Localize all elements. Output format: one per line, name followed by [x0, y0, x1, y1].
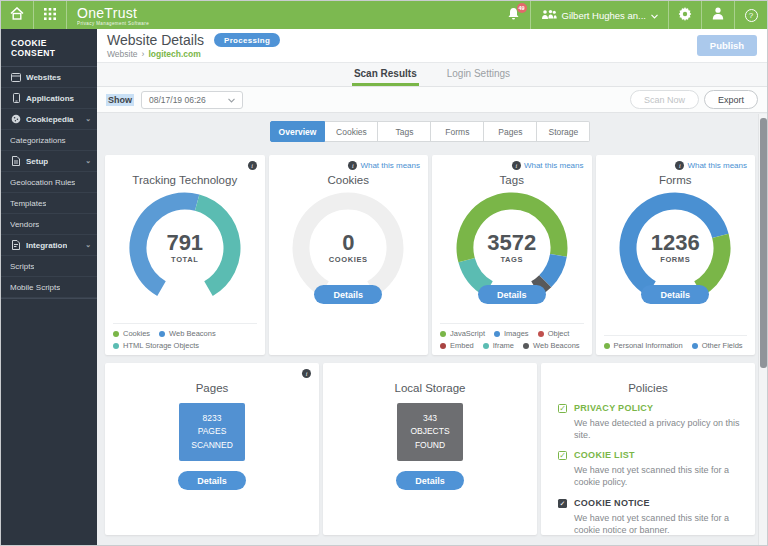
forms-value: 1236 — [651, 232, 700, 254]
checkbox-icon: ✓ — [558, 499, 567, 508]
sidebar-item-cookiepedia[interactable]: Cookiepedia⌄ — [1, 109, 97, 130]
scan-date-value: 08/17/19 06:26 — [149, 95, 206, 105]
legend-label: Iframe — [493, 341, 514, 350]
checkbox-icon: ✓ — [558, 451, 567, 460]
policy-item-cookie-list: ✓COOKIE LISTWe have not yet scanned this… — [558, 450, 745, 488]
section-tab-cookies[interactable]: Cookies — [325, 121, 378, 142]
person-icon — [712, 7, 724, 23]
sidebar-item-integration[interactable]: Integration⌄ — [1, 235, 97, 256]
brand-name: OneTrust — [77, 6, 149, 20]
policies-card: Policies ✓PRIVACY POLICYWe have detected… — [541, 363, 755, 535]
forms-details-button[interactable]: Details — [641, 285, 709, 304]
what-this-means-label: What this means — [687, 161, 747, 170]
legend-label: Images — [504, 329, 529, 338]
legend-item-web-beacons: Web Beacons — [159, 329, 216, 338]
sidebar-item-label: Setup — [26, 157, 48, 166]
info-icon: i — [348, 161, 357, 170]
tags-details-button[interactable]: Details — [478, 285, 546, 304]
scrollbar-thumb[interactable] — [760, 118, 767, 368]
legend-dot-icon — [692, 343, 698, 349]
cookies-what-this-means-link[interactable]: iWhat this means — [348, 161, 420, 170]
legend-label: Other Fields — [702, 341, 743, 350]
forms-what-this-means-link[interactable]: iWhat this means — [675, 161, 747, 170]
chevron-down-icon — [228, 95, 235, 105]
sidebar-item-applications[interactable]: Applications — [1, 88, 97, 109]
info-icon[interactable]: i — [248, 161, 257, 170]
section-tab-tags[interactable]: Tags — [378, 121, 431, 142]
pages-value: 8233 — [203, 412, 222, 425]
publish-button[interactable]: Publish — [697, 35, 757, 56]
sidebar-item-scripts[interactable]: Scripts — [1, 256, 97, 277]
sidebar-item-label: Scripts — [10, 262, 34, 271]
section-tabs: OverviewCookiesTagsFormsPagesStorage — [270, 121, 591, 142]
sidebar-item-mobile-scripts[interactable]: Mobile Scripts — [1, 277, 97, 298]
sidebar-item-templates[interactable]: Templates — [1, 193, 97, 214]
account-menu-button[interactable]: Gilbert Hughes an... — [531, 1, 669, 29]
settings-button[interactable] — [669, 1, 701, 29]
pages-label-2: SCANNED — [191, 439, 233, 452]
chevron-down-icon: ⌄ — [85, 157, 91, 165]
legend-dot-icon — [483, 343, 489, 349]
section-tab-overview[interactable]: Overview — [270, 121, 326, 142]
sidebar-item-vendors[interactable]: Vendors — [1, 214, 97, 235]
cookiepedia-icon — [11, 114, 21, 124]
local-storage-card: Local Storage 343 OBJECTS FOUND Details — [323, 363, 537, 535]
legend-dot-icon — [538, 331, 544, 337]
sidebar-item-label: Templates — [10, 199, 46, 208]
local-storage-label-1: OBJECTS — [410, 425, 449, 438]
cookies-details-button[interactable]: Details — [314, 285, 382, 304]
users-group-icon — [541, 9, 557, 22]
local-storage-details-button[interactable]: Details — [396, 471, 464, 490]
sidebar-item-setup[interactable]: Setup⌄ — [1, 151, 97, 172]
brand-logo[interactable]: OneTrust Privacy Management Software — [67, 1, 159, 29]
legend-dot-icon — [113, 343, 119, 349]
export-button[interactable]: Export — [704, 90, 758, 109]
status-badge: Processing — [214, 33, 280, 47]
breadcrumb-separator-icon: › — [142, 49, 145, 59]
sidebar-item-websites[interactable]: Websites — [1, 67, 97, 88]
legend-label: JavaScript — [450, 329, 485, 338]
sidebar-item-categorizations[interactable]: Categorizations — [1, 130, 97, 151]
sidebar-item-label: Vendors — [10, 220, 39, 229]
profile-button[interactable] — [702, 1, 734, 29]
local-storage-count-box: 343 OBJECTS FOUND — [397, 403, 463, 461]
pages-card-title: Pages — [113, 382, 311, 394]
sidebar-item-label: Geolocation Rules — [10, 178, 75, 187]
cookies-card-title: Cookies — [277, 174, 421, 186]
home-icon — [10, 7, 24, 23]
tab-scan-results[interactable]: Scan Results — [352, 63, 419, 86]
notifications-button[interactable]: 49 — [498, 1, 530, 29]
legend-item-javascript: JavaScript — [440, 329, 485, 338]
cookies-value: 0 — [342, 232, 354, 254]
section-tab-forms[interactable]: Forms — [431, 121, 484, 142]
pages-details-button[interactable]: Details — [178, 471, 246, 490]
tags-what-this-means-link[interactable]: iWhat this means — [512, 161, 584, 170]
scan-now-button[interactable]: Scan Now — [630, 90, 699, 109]
legend-label: Personal Information — [614, 341, 683, 350]
breadcrumb-root[interactable]: Website — [107, 49, 138, 59]
section-tab-pages[interactable]: Pages — [484, 121, 537, 142]
legend-dot-icon — [440, 331, 446, 337]
pages-card: i Pages 8233 PAGES SCANNED Details — [105, 363, 319, 535]
scrollbar[interactable] — [758, 114, 767, 546]
info-icon[interactable]: i — [302, 369, 311, 378]
forms-unit-label: FORMS — [660, 255, 690, 264]
scan-date-select[interactable]: 08/17/19 06:26 — [141, 91, 243, 109]
home-button[interactable] — [1, 1, 33, 29]
help-button[interactable]: ? — [735, 1, 767, 29]
sidebar-item-geolocation-rules[interactable]: Geolocation Rules — [1, 172, 97, 193]
tags-legend: JavaScriptImagesObjectEmbedIframeWeb Bea… — [440, 323, 584, 350]
policy-label: PRIVACY POLICY — [574, 403, 742, 413]
websites-icon — [11, 72, 21, 82]
breadcrumb: Website › logitech.com — [107, 49, 280, 59]
summary-cards-row: iTracking Technology791TOTALCookiesWeb B… — [105, 155, 755, 355]
section-tab-storage[interactable]: Storage — [537, 121, 590, 142]
page-title: Website Details — [107, 32, 204, 48]
brand-subtitle: Privacy Management Software — [77, 21, 149, 26]
policy-description: We have detected a privacy policy on thi… — [574, 417, 742, 441]
scan-toolbar: Show 08/17/19 06:26 Scan Now Export — [97, 87, 767, 113]
app-launcher-button[interactable] — [34, 1, 66, 29]
forms-card: iWhat this meansForms1236FORMSDetailsPer… — [596, 155, 756, 355]
tab-login-settings[interactable]: Login Settings — [445, 63, 512, 86]
sidebar-item-label: Websites — [26, 73, 61, 82]
